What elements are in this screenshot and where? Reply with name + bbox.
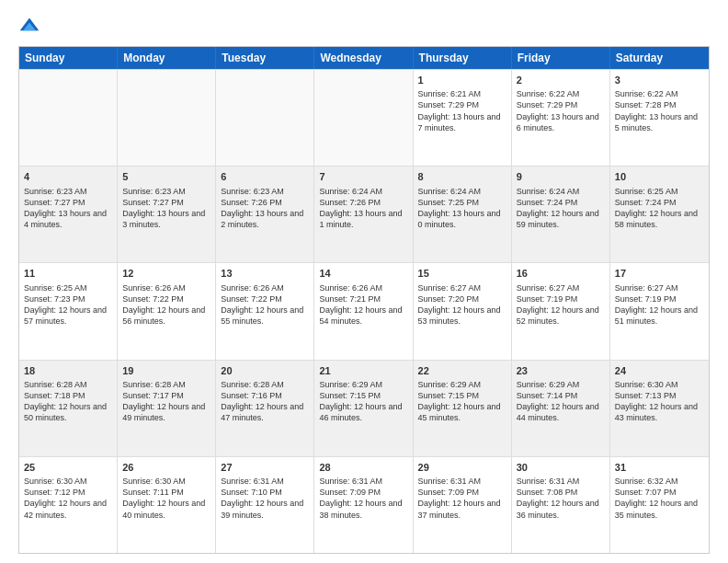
calendar-cell: 5Sunrise: 6:23 AM Sunset: 7:27 PM Daylig… <box>118 167 216 262</box>
calendar-cell <box>118 70 216 166</box>
day-number: 5 <box>122 170 210 183</box>
day-number: 15 <box>418 267 506 280</box>
day-info: Sunrise: 6:26 AM Sunset: 7:22 PM Dayligh… <box>221 282 309 327</box>
calendar-cell: 17Sunrise: 6:27 AM Sunset: 7:19 PM Dayli… <box>610 263 709 359</box>
day-info: Sunrise: 6:30 AM Sunset: 7:11 PM Dayligh… <box>122 476 210 521</box>
day-number: 20 <box>221 364 309 377</box>
day-info: Sunrise: 6:28 AM Sunset: 7:17 PM Dayligh… <box>122 379 210 424</box>
calendar-cell: 2Sunrise: 6:22 AM Sunset: 7:29 PM Daylig… <box>512 70 610 166</box>
day-info: Sunrise: 6:22 AM Sunset: 7:29 PM Dayligh… <box>517 88 605 133</box>
day-number: 6 <box>221 170 309 183</box>
calendar-cell: 15Sunrise: 6:27 AM Sunset: 7:20 PM Dayli… <box>414 263 512 359</box>
calendar: SundayMondayTuesdayWednesdayThursdayFrid… <box>18 46 710 554</box>
day-info: Sunrise: 6:22 AM Sunset: 7:28 PM Dayligh… <box>615 88 704 133</box>
day-info: Sunrise: 6:23 AM Sunset: 7:27 PM Dayligh… <box>122 186 210 231</box>
day-info: Sunrise: 6:28 AM Sunset: 7:16 PM Dayligh… <box>221 379 309 424</box>
calendar-cell <box>19 70 118 166</box>
calendar-cell: 18Sunrise: 6:28 AM Sunset: 7:18 PM Dayli… <box>19 361 118 456</box>
day-number: 22 <box>418 364 506 377</box>
day-number: 7 <box>319 170 407 183</box>
calendar-header-cell: Sunday <box>19 47 118 69</box>
calendar-cell: 12Sunrise: 6:26 AM Sunset: 7:22 PM Dayli… <box>118 263 216 359</box>
day-info: Sunrise: 6:24 AM Sunset: 7:26 PM Dayligh… <box>319 186 407 231</box>
calendar-cell: 30Sunrise: 6:31 AM Sunset: 7:08 PM Dayli… <box>512 457 610 553</box>
day-number: 30 <box>517 461 605 474</box>
day-info: Sunrise: 6:30 AM Sunset: 7:13 PM Dayligh… <box>615 379 704 424</box>
calendar-cell: 1Sunrise: 6:21 AM Sunset: 7:29 PM Daylig… <box>414 70 512 166</box>
day-info: Sunrise: 6:25 AM Sunset: 7:23 PM Dayligh… <box>24 282 112 327</box>
day-info: Sunrise: 6:27 AM Sunset: 7:19 PM Dayligh… <box>517 282 605 327</box>
calendar-cell: 29Sunrise: 6:31 AM Sunset: 7:09 PM Dayli… <box>414 457 512 553</box>
calendar-cell: 11Sunrise: 6:25 AM Sunset: 7:23 PM Dayli… <box>19 263 118 359</box>
calendar-cell: 26Sunrise: 6:30 AM Sunset: 7:11 PM Dayli… <box>118 457 216 553</box>
calendar-cell: 4Sunrise: 6:23 AM Sunset: 7:27 PM Daylig… <box>19 167 118 262</box>
day-info: Sunrise: 6:31 AM Sunset: 7:08 PM Dayligh… <box>517 476 605 521</box>
day-info: Sunrise: 6:26 AM Sunset: 7:21 PM Dayligh… <box>319 282 407 327</box>
day-info: Sunrise: 6:31 AM Sunset: 7:10 PM Dayligh… <box>221 476 309 521</box>
day-info: Sunrise: 6:30 AM Sunset: 7:12 PM Dayligh… <box>24 476 112 521</box>
calendar-cell: 8Sunrise: 6:24 AM Sunset: 7:25 PM Daylig… <box>414 167 512 262</box>
header <box>18 15 710 37</box>
calendar-week: 1Sunrise: 6:21 AM Sunset: 7:29 PM Daylig… <box>19 69 709 166</box>
calendar-cell: 13Sunrise: 6:26 AM Sunset: 7:22 PM Dayli… <box>216 263 314 359</box>
day-number: 18 <box>24 364 112 377</box>
calendar-cell: 3Sunrise: 6:22 AM Sunset: 7:28 PM Daylig… <box>610 70 709 166</box>
day-info: Sunrise: 6:31 AM Sunset: 7:09 PM Dayligh… <box>418 476 506 521</box>
day-info: Sunrise: 6:24 AM Sunset: 7:25 PM Dayligh… <box>418 186 506 231</box>
calendar-header-row: SundayMondayTuesdayWednesdayThursdayFrid… <box>19 47 709 69</box>
calendar-header-cell: Saturday <box>610 47 709 69</box>
calendar-cell: 28Sunrise: 6:31 AM Sunset: 7:09 PM Dayli… <box>314 457 413 553</box>
calendar-week: 18Sunrise: 6:28 AM Sunset: 7:18 PM Dayli… <box>19 360 709 456</box>
day-number: 1 <box>418 74 506 86</box>
day-info: Sunrise: 6:31 AM Sunset: 7:09 PM Dayligh… <box>319 476 407 521</box>
day-info: Sunrise: 6:23 AM Sunset: 7:26 PM Dayligh… <box>221 186 309 231</box>
calendar-cell: 9Sunrise: 6:24 AM Sunset: 7:24 PM Daylig… <box>512 167 610 262</box>
calendar-cell: 6Sunrise: 6:23 AM Sunset: 7:26 PM Daylig… <box>216 167 314 262</box>
day-number: 14 <box>319 267 407 280</box>
calendar-cell: 19Sunrise: 6:28 AM Sunset: 7:17 PM Dayli… <box>118 361 216 456</box>
day-number: 26 <box>122 461 210 474</box>
day-info: Sunrise: 6:29 AM Sunset: 7:15 PM Dayligh… <box>418 379 506 424</box>
day-number: 17 <box>615 267 704 280</box>
day-number: 24 <box>615 364 704 377</box>
day-number: 27 <box>221 461 309 474</box>
day-number: 19 <box>122 364 210 377</box>
calendar-header-cell: Wednesday <box>314 47 413 69</box>
calendar-week: 25Sunrise: 6:30 AM Sunset: 7:12 PM Dayli… <box>19 456 709 553</box>
calendar-cell: 7Sunrise: 6:24 AM Sunset: 7:26 PM Daylig… <box>314 167 413 262</box>
day-number: 28 <box>319 461 407 474</box>
day-number: 9 <box>517 170 605 183</box>
day-number: 4 <box>24 170 112 183</box>
day-info: Sunrise: 6:25 AM Sunset: 7:24 PM Dayligh… <box>615 186 704 231</box>
day-info: Sunrise: 6:24 AM Sunset: 7:24 PM Dayligh… <box>517 186 605 231</box>
calendar-cell <box>314 70 413 166</box>
page: SundayMondayTuesdayWednesdayThursdayFrid… <box>0 0 728 563</box>
calendar-cell: 23Sunrise: 6:29 AM Sunset: 7:14 PM Dayli… <box>512 361 610 456</box>
calendar-week: 11Sunrise: 6:25 AM Sunset: 7:23 PM Dayli… <box>19 262 709 359</box>
day-number: 11 <box>24 267 112 280</box>
day-info: Sunrise: 6:23 AM Sunset: 7:27 PM Dayligh… <box>24 186 112 231</box>
logo-icon <box>18 15 40 37</box>
day-number: 12 <box>122 267 210 280</box>
calendar-cell: 16Sunrise: 6:27 AM Sunset: 7:19 PM Dayli… <box>512 263 610 359</box>
day-info: Sunrise: 6:21 AM Sunset: 7:29 PM Dayligh… <box>418 88 506 133</box>
calendar-cell <box>216 70 314 166</box>
day-number: 23 <box>517 364 605 377</box>
calendar-cell: 31Sunrise: 6:32 AM Sunset: 7:07 PM Dayli… <box>610 457 709 553</box>
calendar-header-cell: Thursday <box>414 47 512 69</box>
day-info: Sunrise: 6:26 AM Sunset: 7:22 PM Dayligh… <box>122 282 210 327</box>
calendar-cell: 20Sunrise: 6:28 AM Sunset: 7:16 PM Dayli… <box>216 361 314 456</box>
calendar-header-cell: Monday <box>118 47 216 69</box>
day-number: 10 <box>615 170 704 183</box>
calendar-header-cell: Friday <box>512 47 610 69</box>
calendar-cell: 22Sunrise: 6:29 AM Sunset: 7:15 PM Dayli… <box>414 361 512 456</box>
day-number: 29 <box>418 461 506 474</box>
day-info: Sunrise: 6:29 AM Sunset: 7:14 PM Dayligh… <box>517 379 605 424</box>
logo <box>18 15 44 37</box>
calendar-week: 4Sunrise: 6:23 AM Sunset: 7:27 PM Daylig… <box>19 166 709 262</box>
day-number: 13 <box>221 267 309 280</box>
day-info: Sunrise: 6:27 AM Sunset: 7:20 PM Dayligh… <box>418 282 506 327</box>
calendar-cell: 10Sunrise: 6:25 AM Sunset: 7:24 PM Dayli… <box>610 167 709 262</box>
day-info: Sunrise: 6:27 AM Sunset: 7:19 PM Dayligh… <box>615 282 704 327</box>
day-number: 8 <box>418 170 506 183</box>
